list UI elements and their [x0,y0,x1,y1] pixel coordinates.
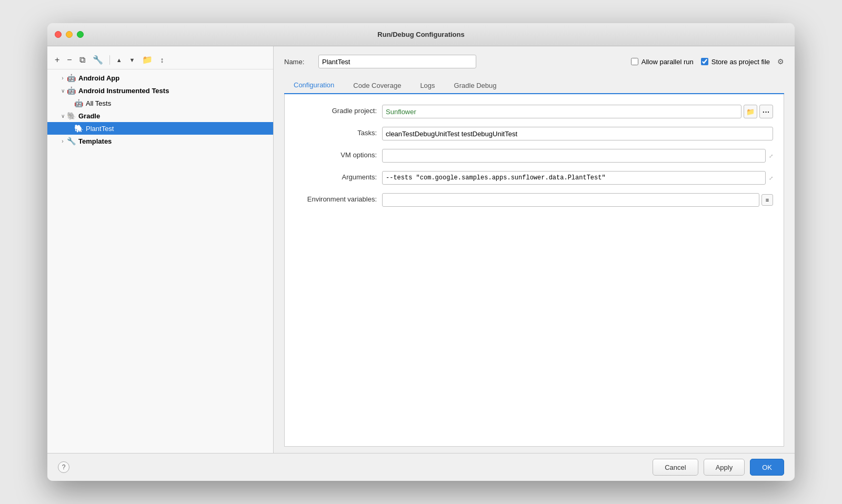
gradle-icon: 🐘 [66,111,76,120]
vm-options-field: ⤢ [382,149,773,163]
arguments-row: Arguments: ⤢ [295,171,773,185]
name-label: Name: [284,58,313,66]
sort-button[interactable]: ↕ [158,55,166,65]
title-bar: Run/Debug Configurations [47,23,795,46]
cancel-button[interactable]: Cancel [653,459,698,476]
tabs-bar: Configuration Code Coverage Logs Gradle … [284,76,784,94]
config-tree: › 🤖 Android App ∨ 🤖 Android Instrumented… [47,69,273,149]
move-down-button[interactable]: ▼ [127,56,137,64]
arguments-expand-icon[interactable]: ⤢ [769,175,773,181]
dialog-title: Run/Debug Configurations [377,31,464,38]
maximize-button[interactable] [77,31,84,38]
android-app-label: Android App [78,74,119,82]
android-app-icon: 🤖 [66,73,76,83]
arrow-android-app: › [59,75,66,81]
run-debug-dialog: Run/Debug Configurations + − ⧉ 🔧 ▲ ▼ 📁 ↕ [47,23,795,481]
allow-parallel-label: Allow parallel run [641,58,694,66]
env-variables-input[interactable] [382,193,759,207]
move-up-button[interactable]: ▲ [114,56,124,64]
tab-logs[interactable]: Logs [410,77,444,94]
minimize-button[interactable] [66,31,73,38]
sidebar: + − ⧉ 🔧 ▲ ▼ 📁 ↕ › 🤖 Android App [47,46,274,453]
sidebar-item-planttest[interactable]: 🐘 PlantTest [47,122,273,135]
sidebar-toolbar: + − ⧉ 🔧 ▲ ▼ 📁 ↕ [47,51,273,69]
arguments-input[interactable] [382,171,766,185]
tasks-row: Tasks: [295,127,773,140]
copy-config-button[interactable]: ⧉ [77,54,87,66]
env-variables-button[interactable]: ≡ [761,194,773,206]
tab-configuration[interactable]: Configuration [284,77,344,94]
gradle-project-input[interactable] [382,105,741,118]
tab-gradle-debug[interactable]: Gradle Debug [445,77,506,94]
help-button[interactable]: ? [58,461,69,473]
arrow-gradle: ∨ [59,113,66,119]
tasks-input[interactable] [382,127,773,140]
dialog-footer: ? Cancel Apply OK [47,453,795,481]
gradle-project-folder-button[interactable]: 📁 [744,105,757,118]
name-row: Name: Allow parallel run Store as projec… [284,55,784,68]
all-tests-icon: 🤖 [74,98,83,108]
gradle-project-label: Gradle project: [295,105,377,115]
store-project-label: Store as project file [711,58,770,66]
separator-1 [109,55,110,65]
traffic-lights [55,31,84,38]
sidebar-item-templates[interactable]: › 🔧 Templates [47,135,273,147]
settings-gear-icon[interactable]: ⚙ [777,57,784,66]
all-tests-label: All Tests [86,99,111,107]
android-instrumented-label: Android Instrumented Tests [78,87,169,95]
android-instrumented-icon: 🤖 [66,86,76,95]
gradle-project-more-button[interactable]: ··· [759,105,773,118]
arguments-field: ⤢ [382,171,773,185]
footer-left: ? [58,461,69,473]
allow-parallel-row: Allow parallel run [631,58,694,66]
folder-button[interactable]: 📁 [140,54,155,66]
tasks-label: Tasks: [295,127,377,137]
gradle-project-field: 📁 ··· [382,105,773,118]
ok-button[interactable]: OK [750,459,784,476]
tasks-field [382,127,773,140]
gradle-project-row: Gradle project: 📁 ··· [295,105,773,118]
arrow-android-instrumented: ∨ [59,88,66,94]
sidebar-item-android-app[interactable]: › 🤖 Android App [47,72,273,84]
tab-configuration-content: Gradle project: 📁 ··· Tasks: VM [284,94,784,447]
store-project-row: Store as project file [701,58,770,66]
templates-icon: 🔧 [66,136,76,146]
dialog-body: + − ⧉ 🔧 ▲ ▼ 📁 ↕ › 🤖 Android App [47,46,795,453]
sidebar-item-all-tests[interactable]: 🤖 All Tests [47,97,273,109]
footer-right: Cancel Apply OK [653,459,784,476]
vm-options-input[interactable] [382,149,766,163]
main-panel: Name: Allow parallel run Store as projec… [274,46,795,453]
allow-parallel-checkbox[interactable] [631,58,638,65]
vm-expand-icon[interactable]: ⤢ [769,153,773,159]
wrench-button[interactable]: 🔧 [91,54,105,66]
header-options: Allow parallel run Store as project file… [631,57,784,66]
gradle-label: Gradle [78,112,100,120]
sidebar-item-gradle[interactable]: ∨ 🐘 Gradle [47,109,273,122]
templates-label: Templates [78,137,112,145]
tab-code-coverage[interactable]: Code Coverage [344,77,410,94]
vm-options-label: VM options: [295,149,377,159]
env-variables-label: Environment variables: [295,193,377,203]
name-input[interactable] [318,55,476,68]
close-button[interactable] [55,31,62,38]
env-variables-row: Environment variables: ≡ [295,193,773,207]
remove-config-button[interactable]: − [65,54,74,66]
arguments-label: Arguments: [295,171,377,181]
add-config-button[interactable]: + [53,54,62,66]
vm-options-row: VM options: ⤢ [295,149,773,163]
sidebar-item-android-instrumented-tests[interactable]: ∨ 🤖 Android Instrumented Tests [47,84,273,97]
env-variables-field: ≡ [382,193,773,207]
planttest-label: PlantTest [86,125,114,133]
store-project-checkbox[interactable] [701,58,708,65]
apply-button[interactable]: Apply [704,459,745,476]
planttest-icon: 🐘 [74,124,83,133]
arrow-templates: › [59,138,66,144]
